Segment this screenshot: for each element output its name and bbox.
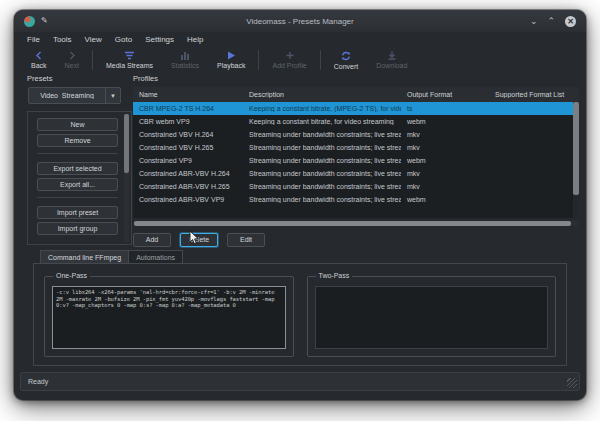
window-title: Videomass - Presets Manager xyxy=(14,17,586,26)
presets-scrollbar[interactable] xyxy=(124,114,129,242)
table-row[interactable]: Constrained VBV H.265Streaming under ban… xyxy=(133,141,579,154)
column-header-name[interactable]: Name xyxy=(133,91,243,98)
new-preset-button[interactable]: New xyxy=(37,118,118,131)
one-pass-group: One-Pass -c:v libx264 -x264-params 'nal-… xyxy=(44,276,294,357)
convert-cycle-icon xyxy=(341,51,351,61)
presets-panel: Presets Video_Streaming ▼ New Remove Exp… xyxy=(27,74,135,245)
tab-command-line-ffmpeg[interactable]: Command line FFmpeg xyxy=(40,250,129,264)
two-pass-group: Two-Pass xyxy=(307,276,557,357)
import-preset-button[interactable]: Import preset xyxy=(37,206,118,219)
scrollbar-thumb[interactable] xyxy=(134,221,571,226)
chevron-left-icon xyxy=(34,51,44,60)
toolbar-separator xyxy=(320,50,321,70)
status-bar: Ready xyxy=(20,372,580,391)
presets-label: Presets xyxy=(27,74,135,83)
preset-buttons-panel: New Remove Export selected Export all...… xyxy=(27,111,132,245)
menu-help[interactable]: Help xyxy=(187,35,203,44)
app-icon xyxy=(24,16,35,27)
toolbar-separator xyxy=(258,50,259,70)
one-pass-label: One-Pass xyxy=(53,272,90,279)
scrollbar-thumb[interactable] xyxy=(124,114,129,173)
export-all-button[interactable]: Export all... xyxy=(37,178,118,191)
profiles-table: Name Description Output Format Supported… xyxy=(133,87,579,218)
close-button[interactable]: ✕ xyxy=(565,16,576,27)
table-horizontal-scrollbar[interactable] xyxy=(133,221,579,226)
table-row[interactable]: CBR MPEG-2 TS H.264Keeping a constant bi… xyxy=(133,102,579,115)
add-profile-button[interactable]: Add Profile xyxy=(263,47,315,73)
download-icon xyxy=(387,51,397,60)
column-header-output-format[interactable]: Output Format xyxy=(401,91,489,98)
minimize-button[interactable]: ⌄ xyxy=(530,17,538,26)
media-streams-button[interactable]: Media Streams xyxy=(97,47,162,73)
tab-automations[interactable]: Automations xyxy=(129,250,183,264)
profiles-label: Profiles xyxy=(133,74,579,83)
table-row[interactable]: Constrained ABR-VBV H.264Streaming under… xyxy=(133,167,579,180)
resize-grip[interactable] xyxy=(567,378,577,388)
divider xyxy=(37,153,118,154)
menu-goto[interactable]: Goto xyxy=(115,35,132,44)
table-row[interactable]: CBR webm VP9Keeping a constant bitrate, … xyxy=(133,115,579,128)
profiles-panel: Profiles Name Description Output Format … xyxy=(133,74,579,247)
window-controls: ⌄ ⌃ ✕ xyxy=(530,16,576,27)
table-row[interactable]: Constrained ABR-VBV VP9Streaming under b… xyxy=(133,193,579,206)
bottom-tabs: Command line FFmpeg Automations xyxy=(40,250,183,264)
delete-button[interactable]: Delete xyxy=(180,233,218,247)
one-pass-command-input[interactable]: -c:v libx264 -x264-params 'nal-hrd=cbr:f… xyxy=(52,286,286,349)
import-group-button[interactable]: Import group xyxy=(37,222,118,235)
two-pass-command-input[interactable] xyxy=(315,286,549,349)
streams-filter-icon xyxy=(124,51,135,60)
desktop: ✎ Videomass - Presets Manager ⌄ ⌃ ✕ File… xyxy=(0,0,600,421)
chevron-right-icon xyxy=(67,51,77,60)
table-vertical-scrollbar[interactable] xyxy=(573,102,579,218)
pencil-icon: ✎ xyxy=(41,17,48,25)
menu-file[interactable]: File xyxy=(27,35,40,44)
status-text: Ready xyxy=(28,378,48,385)
remove-preset-button[interactable]: Remove xyxy=(37,134,118,147)
download-button[interactable]: Download xyxy=(367,47,416,73)
scrollbar-thumb[interactable] xyxy=(573,102,579,195)
command-line-panel: One-Pass -c:v libx264 -x264-params 'nal-… xyxy=(33,263,567,366)
bar-chart-icon xyxy=(180,51,190,60)
play-icon xyxy=(226,51,236,60)
preset-selected-value: Video_Streaming xyxy=(29,92,105,99)
preset-select[interactable]: Video_Streaming ▼ xyxy=(28,87,121,104)
table-row[interactable]: Constrained ABR-VBV H.265Streaming under… xyxy=(133,180,579,193)
column-header-supported[interactable]: Supported Format List xyxy=(489,91,579,98)
menu-tools[interactable]: Tools xyxy=(53,35,72,44)
table-row[interactable]: Constrained VBV H.264Streaming under ban… xyxy=(133,128,579,141)
title-bar[interactable]: ✎ Videomass - Presets Manager ⌄ ⌃ ✕ xyxy=(14,10,586,32)
chevron-down-icon[interactable]: ▼ xyxy=(105,88,120,103)
toolbar: Back Next Media Streams Statistics Playb… xyxy=(14,46,586,74)
statistics-button[interactable]: Statistics xyxy=(162,47,208,73)
table-row[interactable]: Constrained VP9Streaming under bandwidth… xyxy=(133,154,579,167)
convert-button[interactable]: Convert xyxy=(325,47,368,73)
divider xyxy=(37,197,118,198)
table-header: Name Description Output Format Supported… xyxy=(133,87,579,102)
next-button[interactable]: Next xyxy=(56,47,88,73)
menu-view[interactable]: View xyxy=(85,35,102,44)
videomass-window: ✎ Videomass - Presets Manager ⌄ ⌃ ✕ File… xyxy=(14,10,586,400)
back-button[interactable]: Back xyxy=(22,47,56,73)
toolbar-separator xyxy=(92,50,93,70)
export-selected-button[interactable]: Export selected xyxy=(37,162,118,175)
maximize-button[interactable]: ⌃ xyxy=(547,17,555,26)
plus-icon xyxy=(285,51,295,60)
profile-actions: Add Delete Edit xyxy=(133,233,579,247)
menu-settings[interactable]: Settings xyxy=(145,35,174,44)
column-header-description[interactable]: Description xyxy=(243,91,401,98)
playback-button[interactable]: Playback xyxy=(208,47,254,73)
add-button[interactable]: Add xyxy=(133,233,171,247)
menu-bar: File Tools View Goto Settings Help xyxy=(14,32,586,46)
two-pass-label: Two-Pass xyxy=(316,272,353,279)
edit-button[interactable]: Edit xyxy=(227,233,265,247)
